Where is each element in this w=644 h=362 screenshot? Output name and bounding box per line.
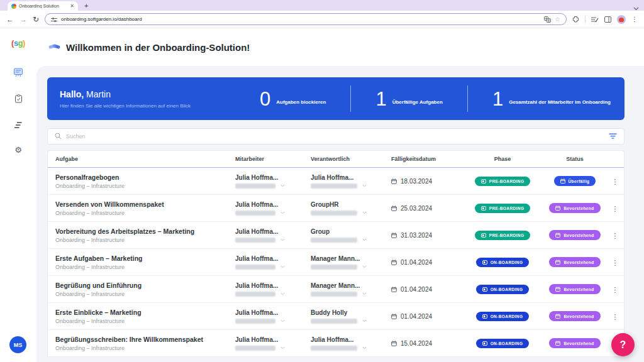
chevron-down-icon[interactable] [362,265,367,268]
stat-divider [350,85,351,112]
browser-toolbar: ← → ↻ onboarding.softgarden.io/dashboard… [0,11,644,28]
due-date: 01.04.2024 [401,286,432,293]
forward-icon[interactable]: → [19,16,27,23]
back-icon[interactable]: ← [6,16,14,23]
status-badge: Bevorstehend [549,203,600,213]
url-bar[interactable]: onboarding.softgarden.io/dashboard ☆ [45,13,567,25]
column-header-due-date: Fälligkeitsdatum [391,156,462,162]
greeting: Hallo, Martin [60,89,260,99]
phase-icon [482,341,487,346]
phase-label: PRE-BOARDING [489,179,525,184]
status-label: Bevorstehend [564,233,594,238]
table-row[interactable]: Erste Aufgaben – Marketing Onboarding – … [48,249,624,276]
extensions-icon[interactable] [572,14,579,25]
bookmark-star-icon[interactable]: ☆ [555,16,560,23]
chevron-down-icon[interactable] [362,292,367,295]
browser-menu-icon[interactable]: ⋮ [631,16,638,23]
chevron-down-icon[interactable] [280,238,285,241]
status-calendar-icon [560,178,565,184]
status-calendar-icon [555,260,560,265]
table-row[interactable]: Versenden von Willkommenspaket Onboardin… [48,195,624,222]
table-row[interactable]: Begrüßungsschreiben: Ihre Willkommenspak… [48,330,624,357]
new-tab-button[interactable]: + [84,3,88,9]
row-menu-button[interactable]: ⋮ [612,232,619,239]
task-category: Onboarding – Infrastructure [55,345,235,351]
stat-total-employees: 1 Gesamtzahl der Mitarbeiter im Onboardi… [492,89,611,109]
responsible-name: Manager Mann... [311,255,391,262]
phase-icon [482,314,487,319]
task-title: Vorbereitung des Arbeitsplatzes – Market… [55,228,235,235]
chevron-down-icon[interactable] [280,265,285,268]
responsible-name: Julia Hoffma... [311,174,391,181]
table-header: Aufgabe Mitarbeiter Verantwortlich Fälli… [48,151,624,168]
task-title: Begrüßung und Einführung [55,282,235,289]
phase-badge: ON-BOARDING [476,285,530,294]
chevron-down-icon[interactable] [362,184,367,187]
redacted-text [311,265,357,270]
responsible-name: Group [311,228,391,235]
row-menu-button[interactable]: ⋮ [612,286,619,293]
tab-close-icon[interactable]: ✕ [70,4,74,9]
chevron-down-icon[interactable] [362,346,367,349]
row-menu-button[interactable]: ⋮ [612,259,619,266]
employee-name: Julia Hoffma... [235,228,311,235]
chevron-down-icon[interactable] [280,319,285,322]
table-row[interactable]: Begrüßung und Einführung Onboarding – In… [48,276,624,303]
employee-name: Julia Hoffma... [235,255,311,262]
table-row[interactable]: Vorbereitung des Arbeitsplatzes – Market… [48,222,624,249]
responsible-name: GroupHR [311,201,391,208]
sidebar-item-dashboard[interactable] [13,68,23,80]
search-input[interactable] [66,133,604,140]
softgarden-logo[interactable]: (sg) [11,38,25,48]
chevron-down-icon[interactable] [280,346,285,349]
side-panel-icon[interactable] [604,14,611,25]
translate-icon[interactable] [544,14,551,25]
status-calendar-icon [555,341,560,346]
row-menu-button[interactable]: ⋮ [612,313,619,321]
chevron-down-icon[interactable] [362,211,367,214]
profile-avatar[interactable] [617,15,626,24]
site-info-icon[interactable] [51,14,57,25]
row-menu-button[interactable]: ⋮ [612,178,619,185]
calendar-icon [391,178,397,184]
phase-label: ON-BOARDING [491,341,523,346]
reload-icon[interactable]: ↻ [33,16,39,23]
search-bar [47,128,625,145]
sidebar-item-settings[interactable]: ⚙ [14,146,22,154]
stat-blocked: 0 Aufgaben blockieren [260,89,326,109]
phase-label: ON-BOARDING [491,260,523,265]
user-avatar[interactable]: MS [9,336,26,353]
employee-name: Julia Hoffma... [235,174,311,181]
browser-tab[interactable]: Onboarding Solution ✕ [8,1,78,11]
filter-icon[interactable] [609,131,617,142]
task-title: Erste Einblicke – Marketing [55,309,235,316]
chevron-down-icon[interactable] [280,292,285,295]
phase-badge: PRE-BOARDING [475,204,531,213]
chevron-down-icon[interactable] [362,238,367,241]
chevron-down-icon[interactable] [280,211,285,214]
sidebar-item-tasks[interactable] [14,94,23,106]
responsible-name: Manager Mann... [311,282,391,289]
redacted-text [235,319,275,324]
row-menu-button[interactable]: ⋮ [612,205,619,212]
column-header-responsible: Verantwortlich [311,156,391,162]
due-date: 25.03.2024 [401,205,432,212]
app-shell: (sg) ⚙ MS Willkommen in der Onboarding-S… [0,28,644,362]
chevron-down-icon[interactable] [280,184,285,187]
welcome-banner: Hallo, Martin Hier finden Sie alle wicht… [47,77,625,120]
phase-badge: PRE-BOARDING [475,231,531,240]
chevron-down-icon[interactable] [362,319,367,322]
redacted-text [311,319,357,324]
status-calendar-icon [555,287,560,292]
employee-name: Julia Hoffma... [235,309,311,316]
table-row[interactable]: Personalfragebogen Onboarding – Infrastr… [48,168,624,195]
column-header-employee: Mitarbeiter [235,156,311,162]
window-chevron-icon[interactable] [633,2,639,13]
table-row[interactable]: Erste Einblicke – Marketing Onboarding –… [48,303,624,330]
table-body: Personalfragebogen Onboarding – Infrastr… [48,168,624,357]
sidebar-item-processes[interactable] [14,120,23,131]
reading-list-icon[interactable] [591,14,599,25]
status-badge: Bevorstehend [549,311,600,321]
column-header-phase: Phase [462,156,543,162]
help-button[interactable]: ? [611,333,635,356]
